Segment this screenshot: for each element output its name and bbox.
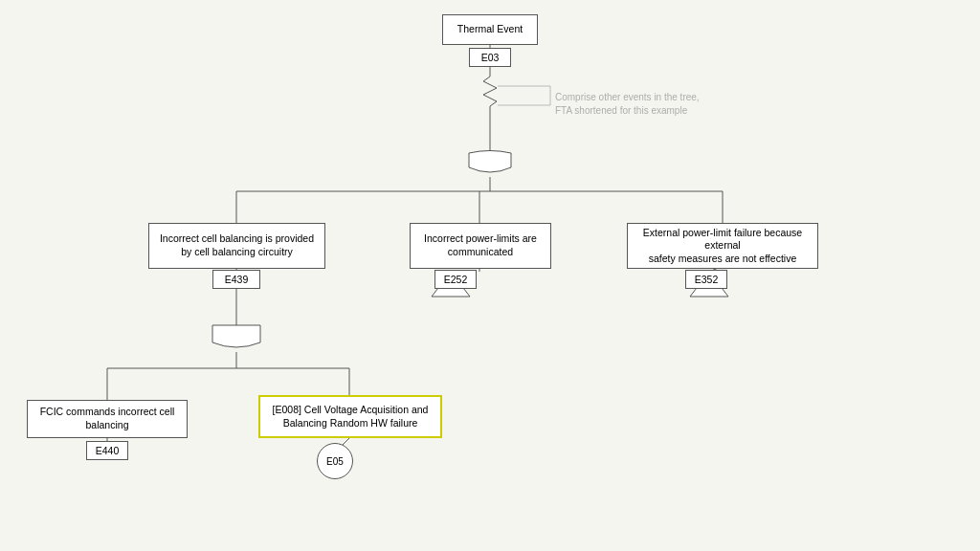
e05-label: E05 (326, 456, 344, 467)
e03-label: E03 (481, 52, 500, 63)
e03-code: E03 (469, 48, 511, 67)
e008-node: [E008] Cell Voltage Acquisition and Bala… (258, 395, 442, 438)
fcic-commands-node: FCIC commands incorrect cell balancing (27, 400, 188, 438)
incorrect-power-limits-node: Incorrect power-limits are communicated (410, 223, 551, 269)
e252-label: E252 (444, 274, 468, 285)
external-power-limit-label: External power-limit failure because ext… (634, 227, 812, 266)
e352-label: E352 (695, 274, 719, 285)
external-power-limit-node: External power-limit failure because ext… (627, 223, 818, 269)
e440-code: E440 (86, 441, 128, 460)
e252-code: E252 (434, 270, 477, 289)
thermal-event-node: Thermal Event (442, 14, 538, 45)
thermal-event-label: Thermal Event (457, 23, 523, 36)
annotation-line1: Comprise other events in the tree, (555, 91, 700, 104)
annotation-line2: FTA shortened for this example (555, 104, 700, 118)
connector-lines (0, 0, 980, 551)
e05-node: E05 (317, 443, 353, 479)
fcic-commands-label: FCIC commands incorrect cell balancing (33, 406, 181, 431)
incorrect-cell-balancing-node: Incorrect cell balancing is provided by … (148, 223, 325, 269)
incorrect-cell-balancing-label: Incorrect cell balancing is provided by … (160, 232, 314, 258)
incorrect-power-limits-label: Incorrect power-limits are communicated (424, 232, 537, 258)
e352-code: E352 (685, 270, 727, 289)
fta-diagram: Thermal Event E03 Comprise other events … (0, 0, 980, 551)
annotation: Comprise other events in the tree, FTA s… (555, 91, 700, 118)
e439-code: E439 (212, 270, 260, 289)
e439-label: E439 (225, 274, 249, 285)
e440-label: E440 (96, 445, 120, 456)
svg-line-16 (343, 438, 349, 445)
e008-label: [E008] Cell Voltage Acquisition and Bala… (273, 404, 429, 430)
